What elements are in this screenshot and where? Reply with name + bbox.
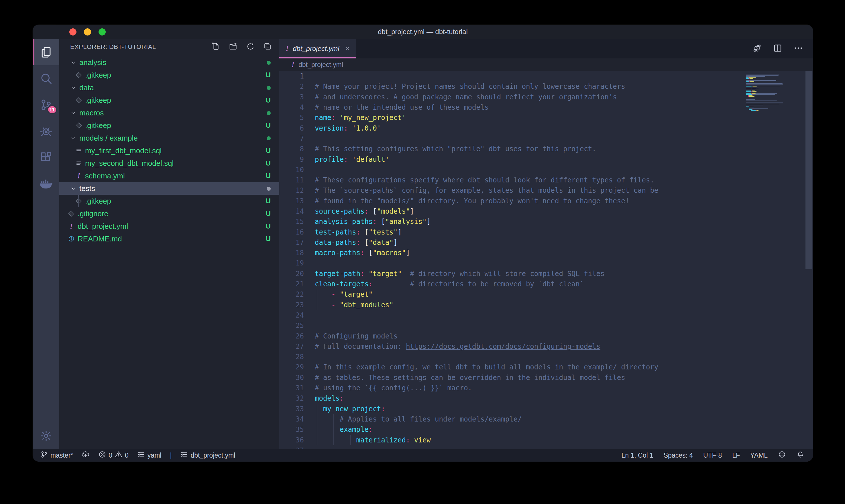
minimap-line: [749, 109, 752, 109]
status-text: |: [170, 452, 172, 459]
line-number: 2: [279, 83, 315, 90]
tree-indent-guide: [78, 195, 79, 207]
new-file-icon[interactable]: [212, 42, 220, 52]
code-line: 7: [279, 133, 743, 144]
minimap[interactable]: [743, 71, 805, 449]
line-number: 16: [279, 228, 315, 236]
status-checklist[interactable]: dbt_project.yml: [180, 450, 235, 460]
minimize-window-button[interactable]: [84, 28, 91, 36]
git-untracked-badge: U: [266, 122, 271, 129]
refresh-icon[interactable]: [246, 42, 255, 52]
tree-item--gitkeep[interactable]: .gitkeepU: [59, 69, 279, 81]
tree-item-schema-yml[interactable]: !schema.ymlU: [59, 169, 279, 182]
tree-item-readme-md[interactable]: README.mdU: [59, 233, 279, 245]
tree-item--gitkeep[interactable]: .gitkeepU: [59, 94, 279, 107]
tree-item-models-example[interactable]: models / example: [59, 132, 279, 144]
minimap-line: [751, 90, 751, 90]
tree-item--gitkeep[interactable]: .gitkeepU: [59, 195, 279, 207]
line-number: 31: [279, 384, 315, 392]
tree-item-my-second-dbt-model-sql[interactable]: my_second_dbt_model.sqlU: [59, 157, 279, 169]
tree-item-label: README.md: [78, 235, 122, 244]
status-bell[interactable]: [796, 450, 804, 460]
line-number: 15: [279, 218, 315, 226]
activity-source-control-icon[interactable]: 11: [33, 92, 59, 118]
line-number: 27: [279, 342, 315, 350]
activity-extensions-icon[interactable]: [33, 144, 59, 171]
chevron-down-icon: [70, 110, 76, 116]
code-line: 8# This setting configures which "profil…: [279, 144, 743, 154]
yaml-warning-icon: !: [291, 61, 294, 69]
tree-item-tests[interactable]: tests: [59, 182, 279, 195]
split-editor-icon[interactable]: [773, 43, 783, 54]
minimap-line: [749, 77, 756, 78]
tree-item-analysis[interactable]: analysis: [59, 56, 279, 69]
git-icon: [75, 97, 82, 104]
git-untracked-badge: U: [266, 147, 271, 155]
line-number: 18: [279, 249, 315, 257]
activity-docker-icon[interactable]: [33, 171, 59, 197]
code-line-text: models:: [315, 394, 344, 402]
git-icon: [75, 122, 82, 129]
activity-settings-icon[interactable]: [33, 423, 59, 449]
status-branch[interactable]: master*: [40, 450, 73, 460]
minimap-line: [756, 91, 756, 91]
minimap-line: [749, 96, 754, 97]
new-folder-icon[interactable]: [229, 42, 237, 52]
status-item[interactable]: UTF-8: [703, 452, 722, 459]
status-checklist[interactable]: yaml: [137, 450, 162, 460]
more-actions-icon[interactable]: [793, 43, 803, 54]
code-line: 5name: 'my_new_project': [279, 112, 743, 123]
status-item[interactable]: YAML: [750, 452, 768, 459]
status-cloud-upload[interactable]: [82, 450, 90, 460]
tab-dbt-project-yml[interactable]: ! dbt_project.yml ×: [279, 39, 356, 58]
yaml-warning-icon: !: [286, 45, 289, 53]
minimap-line: [752, 93, 756, 94]
git-untracked-badge: U: [266, 71, 271, 79]
tree-item-label: my_second_dbt_model.sql: [85, 159, 174, 168]
code-line: 23 - "dbt_modules": [279, 300, 743, 310]
status-smiley[interactable]: [778, 450, 786, 460]
line-number: 6: [279, 124, 315, 132]
tree-item-my-first-dbt-model-sql[interactable]: my_first_dbt_model.sqlU: [59, 144, 279, 157]
activity-search-icon[interactable]: [33, 65, 59, 92]
tab-close-icon[interactable]: ×: [345, 45, 350, 53]
tree-item-label: .gitignore: [78, 209, 108, 218]
minimap-line: [746, 106, 749, 106]
tree-item-label: my_first_dbt_model.sql: [85, 146, 162, 155]
git-icon: [68, 210, 75, 217]
collapse-all-icon[interactable]: [263, 42, 272, 52]
breadcrumb[interactable]: ! dbt_project.yml: [279, 58, 813, 71]
status-item[interactable]: Ln 1, Col 1: [622, 452, 653, 459]
line-number: 14: [279, 207, 315, 215]
vscode-window: dbt_project.yml — dbt-tutorial 11 EXPLOR…: [33, 25, 813, 462]
folder-status-dot: [267, 58, 271, 67]
editor-scrollbar[interactable]: [805, 71, 813, 449]
code-line: 29# In this example config, we tell dbt …: [279, 362, 743, 372]
minimap-line: [749, 108, 768, 109]
minimap-line: [749, 106, 749, 106]
tree-item-dbt-project-yml[interactable]: !dbt_project.ymlU: [59, 220, 279, 233]
close-window-button[interactable]: [69, 28, 76, 36]
minimap-line: [746, 88, 753, 88]
code-editor[interactable]: 12# Name your project! Project names sho…: [279, 71, 743, 449]
line-number: 13: [279, 197, 315, 205]
git-untracked-badge: U: [266, 210, 271, 218]
tree-item-data[interactable]: data: [59, 81, 279, 94]
status-error[interactable]: 00: [98, 450, 129, 460]
tree-item-macros[interactable]: macros: [59, 107, 279, 119]
tree-item--gitkeep[interactable]: .gitkeepU: [59, 119, 279, 132]
zoom-window-button[interactable]: [98, 28, 106, 36]
minimap-line: [752, 109, 753, 109]
line-number: 12: [279, 186, 315, 195]
bell-icon: [796, 450, 804, 460]
scrollbar-thumb[interactable]: [806, 71, 812, 269]
tree-item--gitignore[interactable]: .gitignoreU: [59, 207, 279, 220]
activity-explorer-icon[interactable]: [33, 39, 59, 65]
status-item[interactable]: Spaces: 4: [664, 452, 693, 459]
open-changes-icon[interactable]: [752, 43, 762, 54]
git-icon: [75, 72, 82, 78]
code-line: 24: [279, 310, 743, 321]
status-item[interactable]: LF: [732, 452, 740, 459]
activity-debug-icon[interactable]: [33, 118, 59, 144]
code-line-text: # Applies to all files under models/exam…: [315, 415, 522, 423]
